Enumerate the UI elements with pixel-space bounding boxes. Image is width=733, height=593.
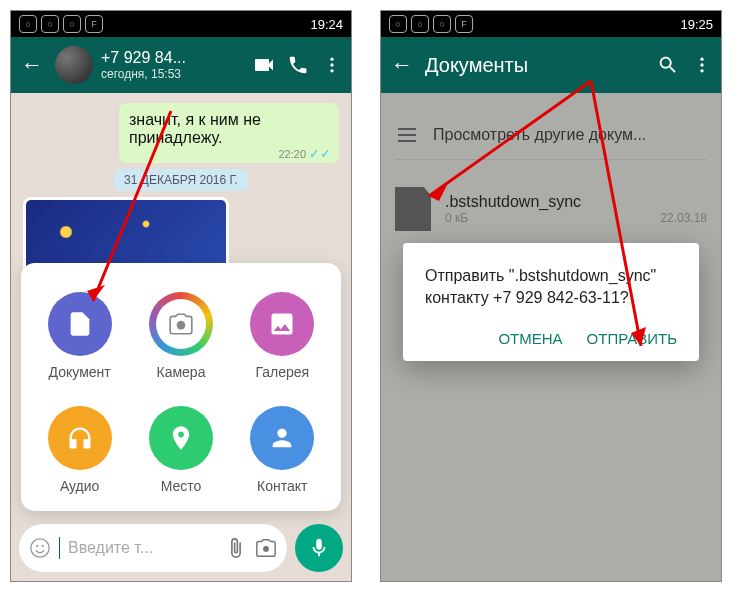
status-app-icon: ○ (41, 15, 59, 33)
mic-button[interactable] (295, 524, 343, 572)
attach-contact[interactable]: Контакт (250, 406, 314, 494)
attach-gallery[interactable]: Галерея (250, 292, 314, 380)
status-app-icon: ○ (433, 15, 451, 33)
input-bar: Введите т... (19, 523, 343, 573)
attach-label: Контакт (257, 478, 307, 494)
message-time: 22:20 (278, 148, 306, 160)
attach-audio[interactable]: Аудио (48, 406, 112, 494)
svg-point-2 (330, 69, 333, 72)
back-icon[interactable]: ← (17, 48, 47, 82)
video-call-icon[interactable] (251, 52, 277, 78)
attach-icon[interactable] (225, 537, 247, 559)
status-time: 19:25 (680, 17, 713, 32)
chat-toolbar: ← +7 929 84... сегодня, 15:53 (11, 37, 351, 93)
status-bar: ○ ○ ○ F 19:24 (11, 11, 351, 37)
status-app-icon: ○ (389, 15, 407, 33)
file-size: 0 кБ (445, 211, 468, 225)
attach-location[interactable]: Место (149, 406, 213, 494)
svg-line-8 (93, 111, 171, 301)
attach-label: Камера (157, 364, 206, 380)
status-app-icon: ○ (19, 15, 37, 33)
svg-line-15 (591, 81, 641, 346)
status-bar: ○ ○ ○ F 19:25 (381, 11, 721, 37)
svg-line-13 (429, 81, 591, 196)
read-checks-icon: ✓✓ (309, 146, 331, 161)
svg-point-1 (330, 63, 333, 66)
annotation-arrow (581, 71, 701, 361)
attach-label: Место (161, 478, 202, 494)
svg-point-7 (263, 546, 269, 552)
status-app-icon: F (455, 15, 473, 33)
attach-label: Аудио (60, 478, 100, 494)
svg-point-3 (177, 321, 186, 330)
left-phone: ○ ○ ○ F 19:24 ← +7 929 84... сегодня, 15… (10, 10, 352, 582)
right-phone: ○ ○ ○ F 19:25 ← Документы Просмотреть др… (380, 10, 722, 582)
svg-point-10 (700, 58, 703, 61)
svg-point-4 (31, 539, 49, 557)
input-placeholder: Введите т... (68, 539, 217, 557)
status-app-icon: ○ (63, 15, 81, 33)
camera-icon[interactable] (255, 537, 277, 559)
menu-icon[interactable] (319, 52, 345, 78)
message-input[interactable]: Введите т... (19, 524, 287, 572)
svg-point-0 (330, 58, 333, 61)
svg-marker-9 (87, 285, 105, 301)
contact-name[interactable]: +7 929 84... (101, 48, 243, 67)
attach-label: Документ (49, 364, 111, 380)
svg-point-5 (36, 545, 38, 547)
emoji-icon[interactable] (29, 537, 51, 559)
avatar[interactable] (55, 46, 93, 84)
contact-subtitle: сегодня, 15:53 (101, 67, 243, 81)
status-time: 19:24 (310, 17, 343, 32)
svg-point-6 (42, 545, 44, 547)
status-app-icon: ○ (411, 15, 429, 33)
cancel-button[interactable]: ОТМЕНА (498, 330, 562, 347)
annotation-arrow (71, 101, 191, 321)
svg-point-11 (700, 63, 703, 66)
status-app-icon: F (85, 15, 103, 33)
attach-label: Галерея (255, 364, 309, 380)
voice-call-icon[interactable] (285, 52, 311, 78)
